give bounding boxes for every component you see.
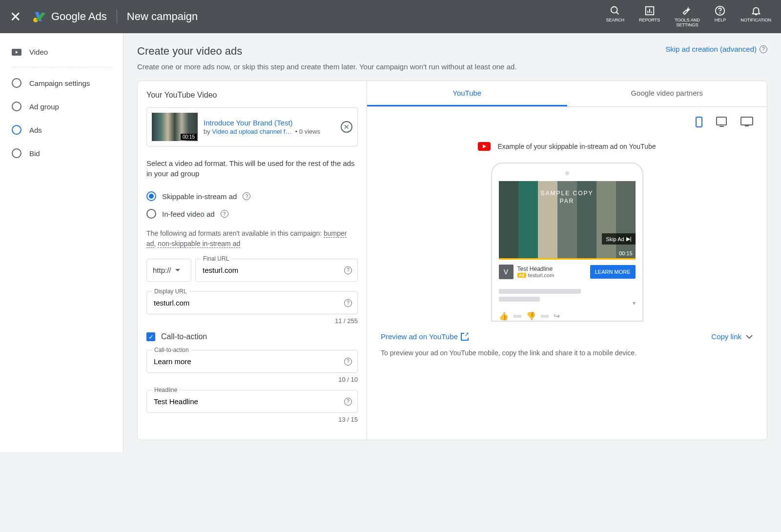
video-duration: 00:15 [181,134,197,140]
help-circle-icon[interactable]: ? [344,299,352,307]
char-count: 11 / 255 [146,317,358,325]
header-divider [117,10,117,23]
bell-icon [751,5,761,16]
reports-icon [644,5,655,16]
logo-text: Google Ads [51,10,107,23]
char-count: 10 / 10 [146,376,358,383]
final-url-input[interactable] [195,259,358,282]
infeed-video-radio[interactable]: In-feed video ad ? [146,205,358,223]
mock-cta-button: LEARN MORE [590,265,636,279]
sidebar-item-label: Video [29,48,48,56]
sidebar-item-label: Bid [29,149,40,158]
tab-youtube[interactable]: YouTube [367,81,567,106]
field-label: Headline [152,387,179,393]
help-tool[interactable]: HELP [715,5,726,28]
reports-tool[interactable]: REPORTS [639,5,660,28]
radio-icon [12,78,21,88]
ads-logo-icon [33,10,46,23]
search-tool[interactable]: SEARCH [606,5,624,28]
sidebar-item-bid[interactable]: Bid [0,142,123,165]
phone-camera-dot [565,171,569,175]
form-column: Your YouTube Video 00:15 Introduce Your … [138,81,367,440]
help-circle-icon[interactable]: ? [243,192,250,200]
ad-badge: Ad [517,273,526,278]
preview-caption: Example of your skippable in-stream ad o… [367,137,767,163]
field-label: Display URL [152,288,189,295]
main-content: Create your video ads Skip ad creation (… [123,33,781,452]
svg-point-8 [720,13,720,13]
mock-sample-text: SAMPLE COPY PAR [540,190,593,205]
chevron-down-icon [175,269,180,271]
thumbs-up-icon: 👍 [499,311,509,321]
svg-line-2 [617,12,619,15]
radio-icon [12,148,21,158]
google-ads-logo[interactable]: Google Ads [33,10,107,23]
radio-icon [12,102,21,111]
skippable-instream-radio[interactable]: Skippable in-stream ad ? [146,187,358,205]
unavailable-note: The following ad formats aren't availabl… [146,228,358,249]
cta-checkbox[interactable]: ✓ Call-to-action [146,332,358,341]
notifications-tool[interactable]: NOTIFICATION [740,5,771,28]
chevron-down-icon: ▾ [633,300,636,307]
display-url-input[interactable] [146,291,358,314]
selected-video-card: 00:15 Introduce Your Brand (Test) by Vid… [146,107,358,146]
chevron-down-icon [745,334,753,339]
mock-video-player: SAMPLE COPY PAR Skip Ad ▶| 00:15 [499,181,636,258]
sidebar-item-label: Ads [29,126,42,134]
help-circle-icon[interactable]: ? [344,398,352,406]
mock-headline: Test Headline [517,266,586,272]
search-icon [610,5,620,16]
sidebar-item-ads[interactable]: Ads [0,118,123,142]
section-title: Your YouTube Video [146,91,358,100]
mock-actions: 👍 👎 ↪ ▾ [492,309,642,321]
video-thumbnail: 00:15 [152,113,198,141]
mock-ad-info: V Test Headline Ad testurl.com LEARN MOR… [492,260,642,284]
youtube-icon [478,142,491,151]
channel-link[interactable]: Video ad upload channel f… [212,128,291,135]
help-circle-icon[interactable]: ? [344,358,352,366]
video-title-link[interactable]: Introduce Your Brand (Test) [204,119,335,127]
tools-settings-tool[interactable]: TOOLS AND SETTINGS [675,5,699,28]
tv-device-icon[interactable] [740,117,753,125]
char-count: 13 / 15 [146,416,358,423]
copy-link-button[interactable]: Copy link [711,332,753,341]
remove-video-button[interactable]: ✕ [341,121,352,133]
sidebar: Video Campaign settings Ad group Ads Bid [0,33,123,452]
preview-tabs: YouTube Google video partners [367,81,767,107]
radio-icon [146,191,156,201]
page-subtitle: Create one or more ads now, or skip this… [137,62,767,71]
video-meta: by Video ad upload channel f… • 0 views [204,128,335,135]
cta-input[interactable] [146,350,358,373]
desktop-device-icon[interactable] [716,117,727,125]
preview-on-youtube-link[interactable]: Preview ad on YouTube [381,332,469,341]
share-icon: ↪ [554,311,560,321]
headline-input[interactable] [146,390,358,413]
sidebar-item-label: Ad group [29,102,59,111]
app-header: ✕ Google Ads New campaign SEARCH REPORTS… [0,0,781,33]
sidebar-item-video[interactable]: Video [0,41,123,63]
field-label: Call-to-action [152,347,191,353]
skip-ad-button: Skip Ad ▶| [602,233,635,245]
phone-mockup: SAMPLE COPY PAR Skip Ad ▶| 00:15 V Test … [491,163,643,322]
checkbox-icon: ✓ [146,332,155,341]
svg-point-1 [611,7,617,13]
mobile-device-icon[interactable] [696,117,702,127]
skip-ad-creation-link[interactable]: Skip ad creation (advanced) ? [665,45,767,53]
mock-avatar: V [499,265,514,279]
help-circle-icon[interactable]: ? [221,210,228,218]
sidebar-item-ad-group[interactable]: Ad group [0,95,123,118]
protocol-select[interactable]: http:// [146,259,191,282]
field-label: Final URL [201,255,231,262]
radio-icon [12,125,21,135]
mock-skeleton [492,284,642,309]
preview-column: YouTube Google video partners Example of… [367,81,767,440]
help-circle-icon[interactable]: ? [760,45,767,53]
sidebar-item-label: Campaign settings [29,79,90,87]
video-icon [12,49,21,56]
mock-url: testurl.com [528,272,555,278]
close-icon[interactable]: ✕ [10,9,21,25]
tab-video-partners[interactable]: Google video partners [567,81,767,106]
page-title: Create your video ads [137,45,242,58]
sidebar-item-campaign-settings[interactable]: Campaign settings [0,71,123,95]
help-circle-icon[interactable]: ? [344,266,352,274]
